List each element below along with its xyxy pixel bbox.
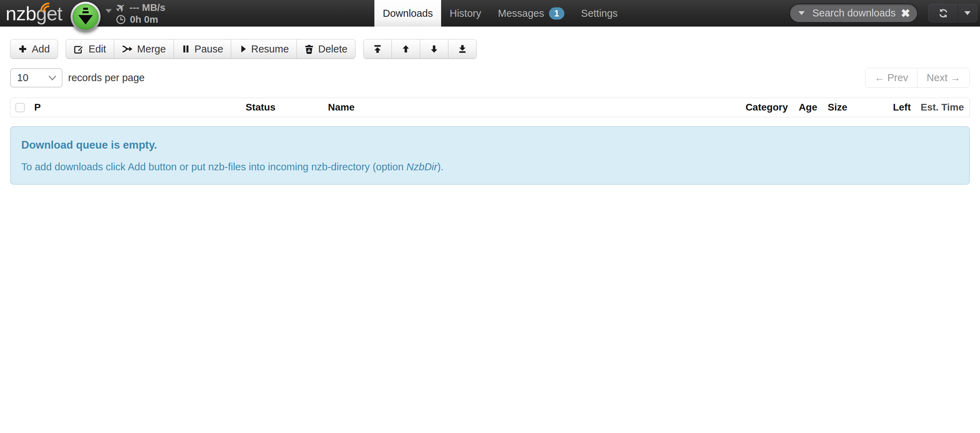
merge-button[interactable]: Merge xyxy=(114,39,174,59)
edit-button[interactable]: Edit xyxy=(66,39,114,59)
speed-value: --- MB/s xyxy=(130,2,165,13)
prev-page-button[interactable]: ← Prev xyxy=(865,68,918,88)
tab-messages[interactable]: Messages 1 xyxy=(490,0,573,27)
trash-icon xyxy=(305,44,313,54)
merge-icon xyxy=(122,45,133,54)
move-to-bottom-button[interactable] xyxy=(448,39,477,59)
empty-queue-title: Download queue is empty. xyxy=(21,139,959,152)
time-left-value: 0h 0m xyxy=(130,14,158,25)
play-icon xyxy=(239,45,247,54)
logo-text-nzb: nzb xyxy=(6,2,36,25)
clock-icon xyxy=(116,15,126,24)
column-size[interactable]: Size xyxy=(819,102,854,113)
downloads-page: Add Edit Merge xyxy=(0,27,980,185)
next-page-button[interactable]: Next → xyxy=(918,68,969,88)
logo: nzb get xyxy=(6,2,62,25)
speed-status: ✈ --- MB/s xyxy=(116,2,165,13)
page-size-value: 10 xyxy=(17,72,28,84)
records-per-page-label: records per page xyxy=(68,72,145,84)
queue-table-header: P Status Name Category Age Size Left Est… xyxy=(10,97,970,117)
plus-icon xyxy=(18,45,27,54)
search-options-caret-icon[interactable] xyxy=(799,11,805,15)
column-age[interactable]: Age xyxy=(788,102,819,113)
logo-menu-caret-icon[interactable] xyxy=(105,9,112,13)
navbar: nzb get ✈ --- MB/s xyxy=(0,0,980,27)
search-box: ✖ xyxy=(789,3,918,23)
download-arrow-icon xyxy=(70,1,101,32)
edit-icon xyxy=(74,44,84,54)
column-category[interactable]: Category xyxy=(711,102,788,113)
resume-button[interactable]: Resume xyxy=(231,39,297,59)
chevron-down-icon xyxy=(964,11,970,15)
search-input[interactable] xyxy=(812,7,901,19)
reorder-group xyxy=(363,39,477,59)
pause-icon xyxy=(181,45,190,54)
refresh-button-group xyxy=(928,4,977,22)
move-up-button[interactable] xyxy=(391,39,420,59)
column-name[interactable]: Name xyxy=(296,102,711,113)
tab-downloads[interactable]: Downloads xyxy=(374,0,441,27)
clear-search-icon[interactable]: ✖ xyxy=(901,8,910,19)
select-all-checkbox[interactable] xyxy=(15,103,25,112)
refresh-icon xyxy=(938,8,948,19)
status-panel: ✈ --- MB/s 0h 0m xyxy=(116,2,165,25)
arrow-to-bottom-icon xyxy=(458,45,467,54)
pagination: ← Prev Next → xyxy=(865,68,970,88)
play-pause-toggle-button[interactable] xyxy=(70,1,101,32)
airplane-icon: ✈ xyxy=(113,0,128,15)
queue-toolbar: Add Edit Merge xyxy=(10,39,970,59)
queue-actions-group: Edit Merge Pause xyxy=(66,39,356,59)
add-button[interactable]: Add xyxy=(10,39,58,59)
refresh-options-button[interactable] xyxy=(958,4,977,22)
empty-queue-alert: Download queue is empty. To add download… xyxy=(10,126,970,185)
pause-button[interactable]: Pause xyxy=(173,39,231,59)
column-status[interactable]: Status xyxy=(226,102,296,113)
tab-history[interactable]: History xyxy=(441,0,489,27)
select-all-cell xyxy=(11,103,30,112)
move-down-button[interactable] xyxy=(420,39,449,59)
list-controls: 10 records per page ← Prev Next → xyxy=(10,68,970,88)
page-size-select[interactable]: 10 xyxy=(10,68,62,88)
nzbdir-option-label: NzbDir xyxy=(407,161,438,173)
arrow-to-top-icon xyxy=(373,45,382,54)
column-priority[interactable]: P xyxy=(30,102,226,113)
empty-queue-message: To add downloads click Add button or put… xyxy=(21,161,959,173)
page-size-controls: 10 records per page xyxy=(10,68,145,88)
column-left[interactable]: Left xyxy=(854,102,914,113)
time-status: 0h 0m xyxy=(116,14,165,25)
select-chevron-icon xyxy=(49,75,56,80)
arrow-up-icon xyxy=(401,45,410,54)
refresh-button[interactable] xyxy=(929,4,958,22)
signal-arcs-icon xyxy=(39,2,51,12)
arrow-down-icon xyxy=(430,45,439,54)
messages-badge: 1 xyxy=(549,7,565,19)
tab-settings[interactable]: Settings xyxy=(573,0,626,27)
main-tabs: Downloads History Messages 1 Settings xyxy=(374,0,626,27)
delete-button[interactable]: Delete xyxy=(296,39,356,59)
column-est-time[interactable]: Est. Time xyxy=(914,102,969,113)
move-to-top-button[interactable] xyxy=(363,39,392,59)
